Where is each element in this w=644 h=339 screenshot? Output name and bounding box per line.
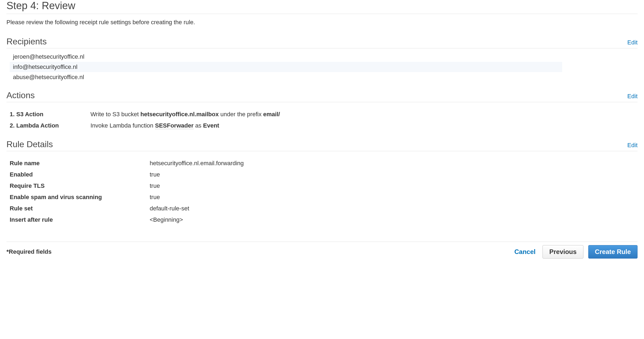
recipient-row: info@hetsecurityoffice.nl xyxy=(10,62,562,72)
create-rule-button[interactable]: Create Rule xyxy=(588,245,638,259)
action-row-s3: 1. S3 Action Write to S3 bucket hetsecur… xyxy=(10,109,638,120)
action-row-lambda: 2. Lambda Action Invoke Lambda function … xyxy=(10,120,638,131)
action-desc: Write to S3 bucket hetsecurityoffice.nl.… xyxy=(90,111,280,118)
detail-value: hetsecurityoffice.nl.email.forwarding xyxy=(150,160,244,167)
action-text: Invoke Lambda function xyxy=(90,122,155,129)
detail-row-insert-after: Insert after rule <Beginning> xyxy=(10,214,638,225)
detail-label: Insert after rule xyxy=(10,216,150,223)
action-label: 1. S3 Action xyxy=(10,111,90,118)
action-text: Write to S3 bucket xyxy=(90,111,140,118)
detail-row-rule-set: Rule set default-rule-set xyxy=(10,203,638,214)
detail-label: Rule set xyxy=(10,205,150,212)
actions-title: Actions xyxy=(6,90,35,100)
detail-value: true xyxy=(150,182,160,189)
actions-edit-link[interactable]: Edit xyxy=(627,93,638,100)
detail-value: <Beginning> xyxy=(150,216,183,223)
cancel-button[interactable]: Cancel xyxy=(512,248,538,256)
detail-label: Enable spam and virus scanning xyxy=(10,194,150,201)
detail-value: true xyxy=(150,171,160,178)
actions-header: Actions Edit xyxy=(6,90,638,102)
action-desc: Invoke Lambda function SESForwader as Ev… xyxy=(90,122,219,129)
footer: *Required fields Cancel Previous Create … xyxy=(6,242,638,259)
detail-value: true xyxy=(150,194,160,201)
action-label: 2. Lambda Action xyxy=(10,122,90,129)
recipients-title: Recipients xyxy=(6,37,47,47)
detail-row-spam-scan: Enable spam and virus scanning true xyxy=(10,192,638,203)
detail-row-enabled: Enabled true xyxy=(10,169,638,180)
action-invoke-type: Event xyxy=(203,122,219,129)
action-bucket: hetsecurityoffice.nl.mailbox xyxy=(140,111,219,118)
rule-details-block: Rule name hetsecurityoffice.nl.email.for… xyxy=(10,158,638,225)
step-title: Step 4: Review xyxy=(6,0,638,14)
detail-value: default-rule-set xyxy=(150,205,189,212)
recipient-row: jeroen@hetsecurityoffice.nl xyxy=(10,52,562,62)
detail-row-rule-name: Rule name hetsecurityoffice.nl.email.for… xyxy=(10,158,638,169)
action-text: as xyxy=(194,122,203,129)
recipients-list: jeroen@hetsecurityoffice.nl info@hetsecu… xyxy=(10,52,638,82)
footer-buttons: Cancel Previous Create Rule xyxy=(512,245,638,259)
detail-label: Require TLS xyxy=(10,182,150,189)
previous-button[interactable]: Previous xyxy=(542,245,583,259)
recipients-edit-link[interactable]: Edit xyxy=(627,39,638,46)
rule-details-header: Rule Details Edit xyxy=(6,139,638,151)
action-prefix: email/ xyxy=(263,111,280,118)
actions-block: 1. S3 Action Write to S3 bucket hetsecur… xyxy=(10,109,638,131)
detail-label: Enabled xyxy=(10,171,150,178)
detail-row-tls: Require TLS true xyxy=(10,180,638,192)
required-fields-note: *Required fields xyxy=(6,248,51,255)
rule-details-title: Rule Details xyxy=(6,139,53,149)
rule-details-edit-link[interactable]: Edit xyxy=(627,142,638,149)
action-text: under the prefix xyxy=(219,111,263,118)
detail-label: Rule name xyxy=(10,160,150,167)
intro-text: Please review the following receipt rule… xyxy=(6,19,638,26)
recipient-row: abuse@hetsecurityoffice.nl xyxy=(10,72,562,82)
recipients-header: Recipients Edit xyxy=(6,37,638,48)
action-lambda-function: SESForwader xyxy=(155,122,194,129)
